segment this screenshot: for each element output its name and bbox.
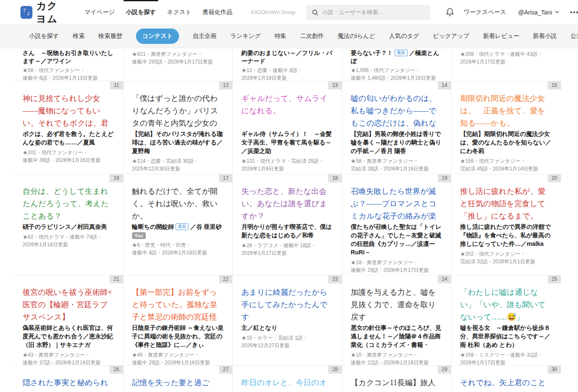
novel-card[interactable]: 30 それでね、矢上君のことは: [451, 365, 561, 392]
subnav-item-new-reviews[interactable]: 新着レビュー: [483, 32, 519, 40]
novel-card[interactable]: 27 記憶を失った妻と過ごす、: [124, 365, 233, 392]
novel-card[interactable]: 19 召喚失敗したら世界が滅ぶ？――ブロマンスとコミカルな花子の絡みが楽しい 僕…: [342, 174, 452, 275]
novel-title[interactable]: 約妻のおまじない～／フリル・バーナード: [241, 49, 332, 64]
novel-card[interactable]: 12 「僕はずっと誰かの代わりなんだろうか」バリスタの青年と内気な少女の物語 【…: [124, 81, 233, 174]
novel-title[interactable]: 【完結】そのバリスタが淹れる珈琲は、ほろ苦い過去の味がする／夏野梅: [132, 130, 223, 154]
novel-title-author[interactable]: 【完結】そのバリスタが淹れる珈琲は、ほろ苦い過去の味がする／夏野梅: [132, 130, 224, 155]
subnav-item-search-history[interactable]: 検索履歴: [98, 32, 122, 40]
novel-title-author[interactable]: 僕たちが召喚した聖女は「トイレの花子さん」でした～友愛と破滅の狂想曲《カプリッ……: [351, 222, 443, 257]
novel-title[interactable]: 僕たちが召喚した聖女は「トイレの花子さん」でした～友愛と破滅の狂想曲《カプリッ……: [351, 223, 442, 256]
novel-catchphrase[interactable]: 記憶を失った妻と過ごす、: [132, 377, 224, 392]
novel-catchphrase[interactable]: あまりに綺麗だったから手にしてみたかったんです: [241, 286, 333, 323]
novel-card-partial[interactable]: ★821・異世界ファンタジー・ 連載中 293話・2026年1月17日更新: [124, 48, 233, 81]
novel-title-author[interactable]: 推し活に疲れたので異界の洋館で『物語』を食べたら、私が最高の推しになっていた件……: [460, 222, 552, 248]
novel-catchphrase[interactable]: 神に見捨てられし少女――魔物になってもいい。それでもボクは、君を救う: [23, 92, 115, 130]
subnav-item-user-projects[interactable]: 自主企画: [193, 32, 217, 40]
novel-title[interactable]: 日陰皇子の錬丹術師 ～食えない皇子に異端の術を見抜かれ、宮廷の《事件と陰謀》に……: [132, 324, 224, 348]
novel-title-author[interactable]: さん ～呪物もお引き取りいたします～／アワイン: [23, 49, 115, 65]
subnav-item-search[interactable]: 検索: [73, 32, 85, 40]
novel-catchphrase[interactable]: 昨日のオレと、今日のオレ: [241, 377, 333, 392]
novel-catchphrase[interactable]: 隠された事実と秘められた: [23, 377, 115, 392]
kakuyomu-logo[interactable]: 「」 カクヨム: [20, 0, 62, 24]
novel-catchphrase[interactable]: 召喚失敗したら世界が滅ぶ？――ブロマンスとコミカルな花子の絡みが楽しい: [351, 185, 443, 222]
subnav-item-new-novels[interactable]: 新着小説: [533, 32, 557, 40]
novel-card[interactable]: 14 嘘の匂いがわかるのは、私も嘘つきだから――でもこの恋だけは、偽れない 【完…: [342, 81, 452, 174]
subnav-item-contest[interactable]: コンテスト: [136, 29, 179, 44]
novel-catchphrase[interactable]: ギャルだって、サムライになれる。: [241, 92, 333, 130]
novel-title-author[interactable]: 主／紅となり: [241, 323, 333, 332]
novel-title[interactable]: 主／紅となり: [241, 324, 277, 331]
novel-catchphrase[interactable]: 期限切れ間近の魔法少女は、 正義を捨て、愛を知る――かも。: [460, 92, 552, 130]
novel-title[interactable]: 【完結】男装の郵便小姓は香りで嘘を暴く～陽だまりの騎士と偽りの手紙～／香月 陽香: [351, 130, 442, 154]
subnav-item-maho-iland[interactable]: 魔法のiらんど: [338, 32, 375, 40]
novel-title-author[interactable]: 硝子のラビリンス／村田真奈美: [23, 222, 115, 231]
novel-title-author[interactable]: 要らない子？！最新／極楽とんぼ: [351, 49, 443, 65]
subnav-item-derivative-works[interactable]: 二次創作: [300, 32, 324, 40]
novel-title-author[interactable]: 輪断ちの開錠師最新／谷 亜里砂: [132, 222, 224, 231]
novel-card[interactable]: 26 隠された事実と秘められた: [14, 365, 124, 392]
more-menu-button[interactable]: [570, 0, 578, 24]
subnav-item-search-novels[interactable]: 小説を探す: [29, 32, 59, 40]
search-box[interactable]: [306, 5, 430, 20]
novel-title[interactable]: 嘘を視る女 ～鎌倉駅から徒歩８分、異世界探偵はこちらです～／雨 杜和（あめ とわ…: [460, 324, 550, 348]
novel-card[interactable]: 15 期限切れ間近の魔法少女は、 正義を捨て、愛を知る――かも。 【完結】期限切…: [451, 81, 561, 174]
novel-card[interactable]: 24 加護を与える力と、嘘を見抜く力で、運命を取り戻す 悪女の針仕事～そのほころ…: [342, 275, 452, 365]
novel-title[interactable]: ボクは、必ず君を救う。たとえどんな姿の君でも……／夏風: [23, 130, 113, 146]
novel-catchphrase[interactable]: 加護を与える力と、嘘を見抜く力で、運命を取り戻す: [351, 286, 443, 323]
novel-title[interactable]: 月明かりが照らす喫茶店で、僕は新たな恋をはじめる／和希: [241, 223, 332, 239]
nav-item-next[interactable]: ネクスト: [162, 0, 197, 24]
novel-catchphrase[interactable]: 自分は、どうして生まれたんだろうって、考えたことある？: [23, 185, 115, 222]
novel-title-author[interactable]: 約妻のおまじない～／フリル・バーナード: [241, 49, 333, 65]
workspace-link[interactable]: ワークスペース: [464, 0, 506, 24]
novel-card[interactable]: 23 あまりに綺麗だったから手にしてみたかったんです 主／紅となり ★15・ホラ…: [233, 275, 342, 365]
novel-title-author[interactable]: 悪女の針仕事～そのほころび、見逃しません！～／陰陽＠４作品商業化（コミカライズ・…: [351, 323, 443, 349]
novel-card[interactable]: 20 推し活に疲れた私が、愛と狂気の物語を完食して「推し」になるまで。 推し活に…: [451, 174, 561, 275]
novel-card-partial[interactable]: 要らない子？！最新／極楽とんぼ ★1,095・現代ファンタジー・ 連載中 1,4…: [342, 48, 452, 81]
novel-title-author[interactable]: 日陰皇子の錬丹術師 ～食えない皇子に異端の術を見抜かれ、宮廷の《事件と陰謀》に……: [132, 323, 224, 349]
novel-card[interactable]: 11 神に見捨てられし少女――魔物になってもいい。それでもボクは、君を救う ボク…: [14, 81, 124, 174]
novel-title-author[interactable]: ギャル侍（サムライ）！ ～金髪女子高生、甲冑を着て馬を駆る～／浜栗之助: [241, 130, 333, 155]
novel-card-partial[interactable]: 約妻のおまじない～／フリル・バーナード ★12・恋愛・連載中 8話・ 2026年…: [233, 48, 342, 81]
notification-bell-icon[interactable]: [445, 0, 454, 24]
novel-catchphrase[interactable]: 後宮の呪いを祓う巫術師×医官の【輪廻・宮廷ラブサスペンス】: [23, 286, 115, 323]
novel-catchphrase[interactable]: 失った恋と、新たな出会い。あなたは誰を選びますか？: [241, 185, 333, 222]
novel-card-partial[interactable]: さん ～呪物もお引き取りいたします～／アワイン ★56・現代ファンタジー・ 連載…: [14, 48, 124, 81]
novel-title[interactable]: 推し活に疲れたので異界の洋館で『物語』を食べたら、私が最高の推しになっていた件……: [460, 223, 551, 247]
subnav-item-features[interactable]: 特集: [275, 32, 286, 40]
novel-card[interactable]: 18 失った恋と、新たな出会い。あなたは誰を選びますか？ 月明かりが照らす喫茶店…: [233, 174, 342, 275]
subnav-item-pickup[interactable]: ピックアップ: [433, 32, 469, 40]
novel-card-partial[interactable]: ★208・現代ドラマ・連載中 43話・ 2026年1月17日更新: [451, 48, 561, 81]
novel-title[interactable]: 輪断ちの開錠師: [132, 223, 174, 230]
novel-title[interactable]: 偽装巫術師とあらくれ医官は、何度死んでも惹かれ合う／恵永沙紀（旧 水野）｜サキエ…: [23, 324, 113, 348]
search-input[interactable]: [322, 9, 425, 15]
novel-catchphrase[interactable]: 嘘の匂いがわかるのは、私も嘘つきだから――でもこの恋だけは、偽れない: [351, 92, 443, 130]
novel-card[interactable]: 13 ギャルだって、サムライになれる。 ギャル侍（サムライ）！ ～金髪女子高生、…: [233, 81, 342, 174]
novel-title-author[interactable]: 【完結】期限切れ間近の魔法少女は、愛のなんたるかを知らない／にわ冬莉: [460, 130, 552, 155]
nav-item-mypage[interactable]: マイページ: [79, 0, 120, 24]
novel-title-author[interactable]: 【完結】男装の郵便小姓は香りで嘘を暴く～陽だまりの騎士と偽りの手紙～／香月 陽香: [351, 130, 443, 155]
novel-title-author[interactable]: 月明かりが照らす喫茶店で、僕は新たな恋をはじめる／和希: [241, 222, 333, 239]
novel-title[interactable]: ギャル侍（サムライ）！ ～金髪女子高生、甲冑を着て馬を駆る～／浜栗之助: [241, 130, 332, 154]
novel-catchphrase[interactable]: 【カクコン11長編】旅人は: [351, 377, 443, 392]
subnav-item-ranking[interactable]: ランキング: [230, 32, 261, 40]
novel-title[interactable]: 要らない子？！: [351, 49, 393, 56]
novel-catchphrase[interactable]: 触れるだけで、全てが開く。それは呪いか、救いか。: [132, 185, 224, 222]
novel-catchphrase[interactable]: 【第一部完】お前をずっと待っていた。孤独な皇子と禁忌の術師の宮廷怪事件: [132, 286, 224, 323]
subnav-item-popular-tags[interactable]: 人気のタグ: [389, 32, 419, 40]
novel-catchphrase[interactable]: それでね、矢上君のことは: [460, 377, 552, 392]
novel-author-suffix[interactable]: ／谷 亜里砂: [190, 223, 222, 230]
novel-card[interactable]: 29 【カクコン11長編】旅人は: [342, 365, 452, 392]
novel-title[interactable]: さん ～呪物もお引き取りいたします～／アワイン: [23, 49, 113, 64]
novel-card[interactable]: 17 触れるだけで、全てが開く。それは呪いか、救いか。 輪断ちの開錠師最新／谷 …: [124, 174, 233, 275]
novel-title-author[interactable]: ボクは、必ず君を救う。たとえどんな姿の君でも……／夏風: [23, 130, 115, 147]
novel-catchphrase[interactable]: 「わたしに嘘は通じない」「いや、誰も聞いてないって……😅」: [460, 286, 552, 323]
novel-card[interactable]: 21 後宮の呪いを祓う巫術師×医官の【輪廻・宮廷ラブサスペンス】 偽装巫術師とあ…: [14, 275, 124, 365]
novel-catchphrase[interactable]: 「僕はずっと誰かの代わりなんだろうか」バリスタの青年と内気な少女の物語: [132, 92, 224, 130]
user-menu[interactable]: @Arisa_Tani: [518, 0, 559, 24]
novel-catchphrase[interactable]: 推し活に疲れた私が、愛と狂気の物語を完食して「推し」になるまで。: [460, 185, 552, 222]
novel-title[interactable]: 硝子のラビリンス／村田真奈美: [23, 223, 107, 230]
nav-item-published-books[interactable]: 書籍化作品: [197, 0, 238, 24]
novel-title-author[interactable]: 嘘を視る女 ～鎌倉駅から徒歩８分、異世界探偵はこちらです～／雨 杜和（あめ とわ…: [460, 323, 552, 349]
novel-card[interactable]: 28 昨日のオレと、今日のオレ: [233, 365, 342, 392]
novel-card[interactable]: 16 自分は、どうして生まれたんだろうって、考えたことある？ 硝子のラビリンス／…: [14, 174, 124, 275]
